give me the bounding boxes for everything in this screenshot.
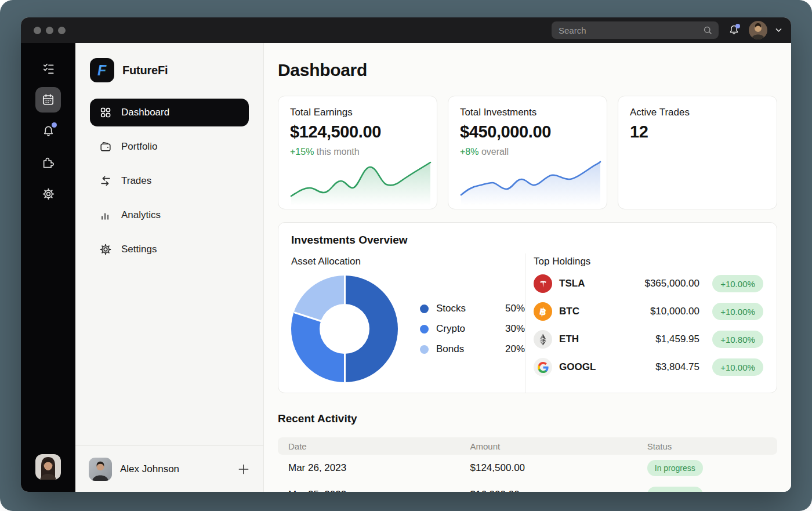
grid-icon [99,106,112,119]
user-avatar-small[interactable] [89,458,112,481]
change-badge: +10.00% [712,358,763,376]
stat-card-total-earnings: Total Earnings $124,500.00 +15% this mon… [278,96,437,209]
holding-row-tsla[interactable]: TSLA $365,000.00 +10.00% [534,272,763,295]
sidebar-item-label: Analytics [121,209,161,221]
search-icon [702,25,713,35]
window-control-dot[interactable] [58,27,66,34]
stat-cards: Total Earnings $124,500.00 +15% this mon… [278,96,777,209]
window-control-dot[interactable] [46,27,53,34]
gear-icon [42,187,55,201]
swap-arrows-icon [99,175,112,187]
stat-value: $124,500.00 [290,122,425,142]
legend-item-crypto: Crypto 30% [420,323,525,335]
investments-overview-card: Investments Overview Asset Allocation [278,222,777,393]
notification-dot [735,24,740,28]
gear-icon [99,243,112,256]
donut-hole [320,304,369,354]
legend-item-bonds: Bonds 20% [420,343,525,355]
plus-icon [238,463,249,475]
secondary-user-avatar[interactable] [35,454,61,480]
chevron-down-icon[interactable] [775,28,782,32]
sidebar-item-analytics[interactable]: Analytics [90,201,249,229]
sidebar-item-label: Settings [121,244,157,255]
main-content: Dashboard Total Earnings $124,500.00 +15… [264,43,791,492]
stat-label: Total Earnings [290,107,425,118]
window-titlebar [21,17,791,43]
top-holdings-title: Top Holdings [534,256,763,267]
brand: F FutureFi [75,43,263,82]
app-window: F FutureFi Dashboard [21,17,791,492]
svg-text:F: F [97,62,107,78]
legend-dot [420,325,429,334]
asset-allocation-panel: Asset Allocation [278,253,525,393]
activity-row[interactable]: Mar 25, 2023 $16,000.00 In progress [278,481,777,492]
sidebar-item-portfolio[interactable]: Portfolio [90,133,249,161]
stat-value: $450,000.00 [460,122,595,142]
allocation-legend: Stocks 50% Crypto 30% [420,303,525,355]
activity-table-header: Date Amount Status [278,437,777,455]
brand-logo-icon: F [90,58,114,82]
icon-rail [21,43,75,492]
notifications-button[interactable] [727,23,741,37]
add-button[interactable] [238,463,249,475]
rail-item-calendar[interactable] [35,87,61,113]
desktop-background: F FutureFi Dashboard [0,0,812,511]
rail-item-notifications[interactable] [35,118,61,144]
legend-dot [420,345,429,354]
stat-change: +15% this month [290,147,425,157]
sidebar-item-trades[interactable]: Trades [90,167,249,195]
puzzle-icon [42,156,55,169]
stat-change: +8% overall [460,147,595,157]
page-title: Dashboard [278,60,777,80]
sidebar-item-label: Portfolio [121,141,157,153]
activity-row[interactable]: Mar 26, 2023 $124,500.00 In progress [278,455,777,481]
rail-item-settings[interactable] [35,181,61,206]
status-badge: In progress [647,460,703,476]
stat-label: Active Trades [630,107,765,118]
column-header-date: Date [288,441,470,451]
column-header-amount: Amount [470,441,647,451]
tesla-icon [534,274,552,293]
change-badge: +10.80% [712,331,763,348]
bar-chart-icon [99,209,112,222]
change-badge: +10.00% [712,275,763,292]
search-field[interactable] [559,26,702,35]
bitcoin-icon: ฿ [534,302,552,321]
brand-name: FutureFi [122,64,168,77]
stat-label: Total Investments [460,107,595,118]
recent-activity-title: Recent Activity [278,412,777,425]
calendar-icon [41,93,55,107]
allocation-donut [291,276,398,382]
sidebar-item-dashboard[interactable]: Dashboard [90,99,249,126]
change-badge: +10.00% [712,303,763,320]
sidebar-item-label: Dashboard [121,107,169,118]
column-header-status: Status [647,441,767,451]
tasks-icon [42,62,55,75]
user-avatar[interactable] [749,21,767,39]
stat-value: 12 [630,122,765,142]
investments-sparkline [460,159,601,205]
holding-row-googl[interactable]: GOOGL $3,804.75 +10.00% [534,356,763,379]
google-icon [534,358,552,376]
asset-allocation-title: Asset Allocation [291,256,525,267]
legend-item-stocks: Stocks 50% [420,303,525,314]
window-control-dot[interactable] [34,27,41,34]
ethereum-icon [534,330,552,349]
earnings-sparkline [290,159,432,205]
sidebar-user-section: Alex Johnson [75,445,263,492]
holding-row-eth[interactable]: ETH $1,459.95 +10.80% [534,328,763,351]
search-input[interactable] [552,21,719,39]
rail-item-integrations[interactable] [35,150,61,175]
sidebar-item-label: Trades [121,175,151,187]
sidebar-item-settings[interactable]: Settings [90,235,249,263]
status-badge: In progress [647,487,703,492]
user-name: Alex Johnson [120,463,179,475]
stat-card-total-investments: Total Investments $450,000.00 +8% overal… [448,96,607,209]
rail-item-tasks[interactable] [35,56,61,81]
holding-row-btc[interactable]: ฿ BTC $10,000.00 +10.00% [534,300,763,323]
wallet-icon [99,140,112,153]
legend-dot [420,305,429,313]
window-controls [34,27,66,34]
section-title: Investments Overview [278,223,777,247]
stat-card-active-trades: Active Trades 12 [618,96,777,209]
